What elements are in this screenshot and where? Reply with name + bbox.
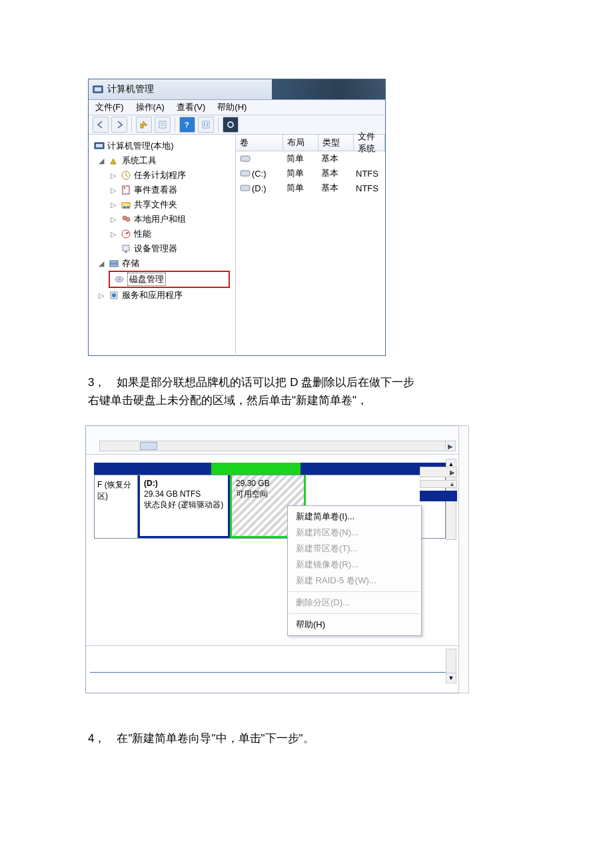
cell-layout: 简单: [283, 153, 317, 165]
tree-expand-icon[interactable]: ▷: [109, 201, 118, 209]
list-button[interactable]: [198, 117, 214, 133]
d-drive-size: 29.34 GB NTFS: [144, 489, 201, 499]
col-fs[interactable]: 文件系统: [354, 135, 385, 151]
d-drive-label: (D:): [144, 479, 158, 488]
scroll-area: ▶: [86, 426, 459, 455]
cell-fs: NTFS: [352, 183, 385, 193]
p4-line: 4， 在"新建简单卷向导"中，单击"下一步"。: [88, 729, 468, 747]
tree-root[interactable]: 计算机管理(本地): [89, 139, 235, 153]
outer-vertical-scrollbar[interactable]: [458, 425, 469, 693]
outer-blue-strip: [420, 491, 457, 501]
outer-strip: ▶ ▲: [420, 467, 457, 487]
tree-system-tools[interactable]: ◢ 系统工具: [89, 153, 235, 168]
p3-line2: 右键单击硬盘上未分配的区域，然后单击"新建简单卷"，: [88, 391, 468, 409]
outer-scroll-right-icon[interactable]: ▶: [420, 467, 457, 477]
horizontal-scrollbar[interactable]: ▶: [99, 441, 446, 451]
disk-mgmt-screenshot: ▶ F (恢复分区) (D:) 29.34 GB NTFS 状态良好 (逻辑驱动…: [85, 425, 460, 693]
lower-pane: ▼: [86, 645, 459, 693]
tree-performance[interactable]: ▷ 性能: [89, 227, 235, 241]
menu-separator: [289, 591, 420, 592]
cell-type: 基本: [317, 182, 352, 194]
toolbar-separator: [218, 117, 219, 132]
col-volume[interactable]: 卷: [236, 135, 283, 151]
tree-label: 设备管理器: [134, 243, 177, 255]
tree-expand-icon[interactable]: ▷: [97, 291, 106, 300]
disk-icon: [114, 274, 125, 285]
tree-local-users[interactable]: ▷ 本地用户和组: [89, 212, 235, 227]
volume-icon: [240, 155, 251, 163]
tree-shared-folders[interactable]: ▷ 共享文件夹: [89, 197, 235, 212]
window-title: 计算机管理: [107, 83, 154, 95]
tree-services[interactable]: ▷ 服务和应用程序: [89, 288, 235, 303]
svg-point-24: [118, 279, 121, 280]
volume-row[interactable]: (C:) 简单 基本 NTFS: [236, 166, 385, 181]
col-type[interactable]: 类型: [318, 135, 354, 151]
nav-back-button[interactable]: [93, 117, 109, 133]
performance-icon: [121, 229, 131, 239]
scroll-down-icon[interactable]: ▼: [446, 673, 456, 683]
tree-collapse-icon[interactable]: ◢: [97, 157, 106, 165]
tree-label: 系统工具: [122, 155, 157, 167]
col-layout[interactable]: 布局: [283, 135, 318, 151]
menu-separator: [289, 613, 420, 614]
tree-task-scheduler[interactable]: ▷ 任务计划程序: [89, 168, 235, 183]
menu-view[interactable]: 查看(V): [177, 101, 205, 113]
cell-layout: 简单: [283, 182, 317, 194]
vertical-scrollbar[interactable]: ▼: [446, 649, 456, 683]
menu-help[interactable]: 帮助(H): [217, 101, 247, 113]
toolbar: ?: [89, 115, 385, 135]
tree-disk-management[interactable]: 磁盘管理: [111, 272, 227, 287]
tree-label: 本地用户和组: [134, 213, 186, 225]
tree-expand-icon[interactable]: ▷: [109, 230, 118, 239]
svg-point-26: [112, 293, 116, 297]
props-button[interactable]: [155, 117, 171, 133]
tree-disk-management-highlight: 磁盘管理: [109, 271, 230, 288]
computer-icon: [94, 141, 105, 151]
partition-d[interactable]: (D:) 29.34 GB NTFS 状态良好 (逻辑驱动器): [138, 475, 230, 538]
tree-collapse-icon[interactable]: ◢: [97, 259, 106, 268]
nav-forward-button[interactable]: [111, 117, 127, 133]
svg-point-14: [123, 206, 126, 209]
svg-point-17: [126, 217, 130, 221]
p3-line1: 3， 如果是部分联想品牌机的话可以把 D 盘删除以后在做下一步: [88, 373, 468, 391]
tree-label: 计算机管理(本地): [107, 140, 174, 152]
event-icon: [121, 185, 131, 195]
svg-rect-11: [123, 186, 129, 194]
svg-rect-12: [124, 187, 125, 189]
app-icon: [93, 84, 103, 95]
menu-file[interactable]: 文件(F): [95, 101, 124, 113]
menu-new-simple-volume[interactable]: 新建简单卷(I)...: [288, 509, 421, 525]
scroll-up-icon[interactable]: ▲: [449, 481, 455, 487]
cell-type: 基本: [317, 167, 352, 179]
svg-rect-19: [123, 245, 129, 251]
menu-help[interactable]: 帮助(H): [288, 617, 421, 633]
disk-recovery-column[interactable]: F (恢复分区): [95, 475, 138, 538]
menu-action[interactable]: 操作(A): [136, 101, 165, 113]
toolbar-separator: [131, 117, 132, 132]
tree-expand-icon[interactable]: ▷: [109, 215, 118, 224]
scroll-thumb[interactable]: [140, 442, 157, 450]
tree-storage[interactable]: ◢ 存储: [89, 256, 235, 271]
up-button[interactable]: [136, 117, 152, 133]
tree-event-viewer[interactable]: ▷ 事件查看器: [89, 183, 235, 197]
scroll-right-icon[interactable]: ▶: [445, 441, 456, 451]
help-button[interactable]: ?: [179, 117, 195, 133]
menu-new-mirror-volume: 新建镜像卷(R)...: [288, 557, 421, 573]
menu-new-spanned-volume: 新建跨区卷(N)...: [288, 525, 421, 541]
tree-expand-icon[interactable]: ▷: [109, 186, 118, 195]
svg-rect-29: [241, 185, 250, 191]
svg-rect-27: [241, 156, 250, 161]
svg-rect-20: [125, 251, 127, 253]
window-titlebar[interactable]: 计算机管理: [89, 79, 385, 100]
volume-icon: [240, 169, 251, 177]
tree-device-manager[interactable]: 设备管理器: [89, 241, 235, 256]
volume-icon: [240, 184, 251, 192]
legend-line: [90, 672, 455, 674]
computer-management-window: 计算机管理 文件(F) 操作(A) 查看(V) 帮助(H) ?: [88, 79, 386, 356]
free-size: 29.30 GB: [236, 479, 270, 488]
svg-rect-9: [96, 144, 103, 147]
refresh-button[interactable]: [223, 117, 239, 133]
volume-row[interactable]: (D:) 简单 基本 NTFS: [236, 181, 385, 195]
tree-expand-icon[interactable]: ▷: [109, 171, 118, 180]
svg-rect-1: [95, 87, 101, 91]
